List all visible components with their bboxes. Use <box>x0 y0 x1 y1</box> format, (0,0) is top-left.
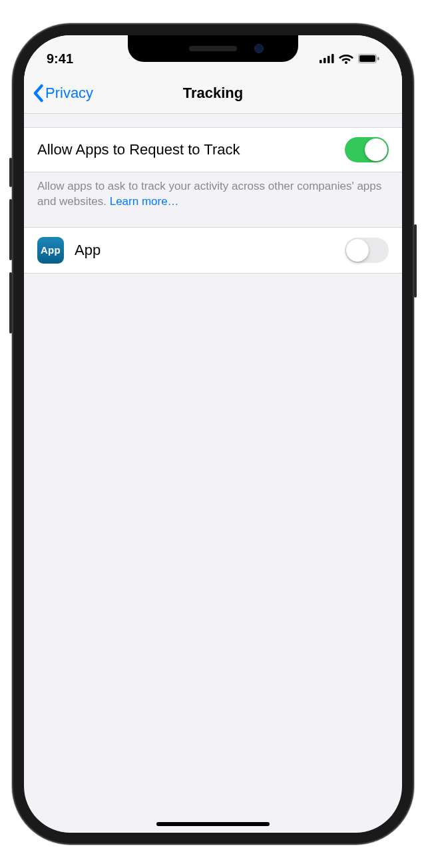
svg-rect-3 <box>331 54 334 63</box>
notch <box>128 35 298 62</box>
app-tracking-cell: App App <box>24 227 402 274</box>
cellular-icon <box>320 54 334 63</box>
svg-rect-0 <box>320 60 322 63</box>
status-time: 9:41 <box>47 51 73 67</box>
svg-rect-2 <box>327 56 330 63</box>
back-button[interactable]: Privacy <box>32 84 93 103</box>
svg-rect-7 <box>377 57 379 61</box>
allow-tracking-label: Allow Apps to Request to Track <box>37 141 240 158</box>
home-indicator[interactable] <box>156 822 270 826</box>
allow-tracking-footer: Allow apps to ask to track your activity… <box>24 172 402 227</box>
svg-point-4 <box>345 61 347 64</box>
svg-rect-1 <box>323 58 326 63</box>
screen: 9:41 Privacy Tracking Allow Apps to Requ… <box>24 35 402 833</box>
allow-tracking-toggle[interactable] <box>345 137 389 162</box>
back-label: Privacy <box>45 85 93 102</box>
navigation-bar: Privacy Tracking <box>24 73 402 114</box>
app-name-label: App <box>75 242 101 259</box>
allow-tracking-footer-text: Allow apps to ask to track your activity… <box>37 180 381 208</box>
settings-content: Allow Apps to Request to Track Allow app… <box>24 114 402 274</box>
app-icon: App <box>37 237 64 264</box>
iphone-device-frame: 9:41 Privacy Tracking Allow Apps to Requ… <box>13 25 413 843</box>
svg-rect-6 <box>359 55 375 62</box>
chevron-left-icon <box>32 84 44 103</box>
app-tracking-toggle[interactable] <box>345 238 389 263</box>
learn-more-link[interactable]: Learn more… <box>110 195 179 208</box>
battery-icon <box>358 54 379 63</box>
wifi-icon <box>339 53 353 64</box>
status-indicators <box>320 53 379 64</box>
allow-tracking-cell: Allow Apps to Request to Track <box>24 127 402 172</box>
